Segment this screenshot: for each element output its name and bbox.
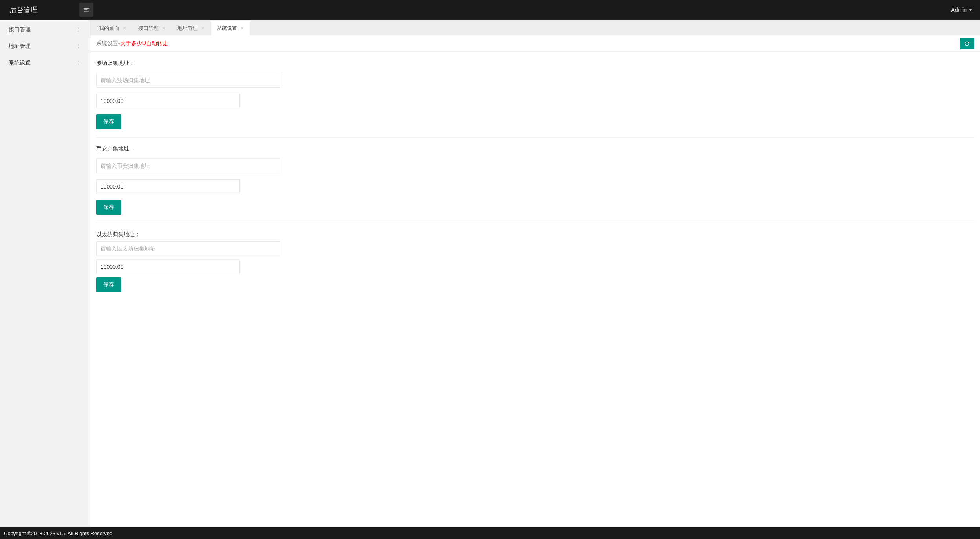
binance-save-button[interactable]: 保存 bbox=[96, 200, 121, 215]
tab-label: 接口管理 bbox=[138, 25, 159, 32]
tab-system[interactable]: 系统设置 ✕ bbox=[211, 21, 250, 35]
menu-icon bbox=[83, 6, 90, 13]
card-header: 系统设置-大于多少U自动转走 bbox=[90, 35, 980, 52]
sidebar-item-system[interactable]: 系统设置 〉 bbox=[0, 55, 90, 71]
tabs-bar: 我的桌面 ✕ 接口管理 ✕ 地址管理 ✕ 系统设置 ✕ bbox=[90, 20, 980, 35]
close-icon[interactable]: ✕ bbox=[240, 26, 244, 31]
tab-label: 系统设置 bbox=[217, 25, 237, 32]
menu-toggle-button[interactable] bbox=[79, 3, 93, 17]
caret-down-icon bbox=[969, 9, 972, 11]
footer-text: Copyright ©2018-2023 v1.6 All Rights Res… bbox=[4, 530, 112, 536]
chevron-right-icon: 〉 bbox=[77, 43, 82, 50]
binance-amount-input[interactable] bbox=[96, 179, 240, 194]
footer: Copyright ©2018-2023 v1.6 All Rights Res… bbox=[0, 527, 980, 539]
ethereum-address-input[interactable] bbox=[96, 241, 280, 256]
refresh-button[interactable] bbox=[960, 38, 974, 50]
tron-label: 波场归集地址： bbox=[96, 60, 974, 67]
sidebar-item-api[interactable]: 接口管理 〉 bbox=[0, 22, 90, 38]
tab-label: 地址管理 bbox=[177, 25, 198, 32]
sidebar-item-label: 地址管理 bbox=[9, 43, 31, 50]
tron-save-button[interactable]: 保存 bbox=[96, 114, 121, 129]
ethereum-save-button[interactable]: 保存 bbox=[96, 277, 121, 292]
sidebar-item-address[interactable]: 地址管理 〉 bbox=[0, 38, 90, 55]
sidebar-item-label: 系统设置 bbox=[9, 59, 31, 66]
page-title-highlight: 大于多少U自动转走 bbox=[120, 40, 168, 47]
page-title-prefix: 系统设置- bbox=[96, 40, 120, 47]
user-dropdown[interactable]: Admin bbox=[951, 7, 975, 13]
tab-desktop[interactable]: 我的桌面 ✕ bbox=[93, 21, 132, 35]
tab-label: 我的桌面 bbox=[99, 25, 119, 32]
chevron-right-icon: 〉 bbox=[77, 27, 82, 33]
ethereum-amount-input[interactable] bbox=[96, 259, 240, 274]
section-binance: 币安归集地址： 保存 bbox=[96, 138, 974, 223]
close-icon[interactable]: ✕ bbox=[122, 26, 126, 31]
header: 后台管理 Admin bbox=[0, 0, 980, 20]
section-ethereum: 以太坊归集地址： 保存 bbox=[96, 223, 974, 300]
tab-address[interactable]: 地址管理 ✕ bbox=[172, 21, 210, 35]
tab-api[interactable]: 接口管理 ✕ bbox=[133, 21, 171, 35]
tron-address-input[interactable] bbox=[96, 73, 280, 88]
chevron-right-icon: 〉 bbox=[77, 60, 82, 66]
user-label: Admin bbox=[951, 7, 967, 13]
tron-amount-input[interactable] bbox=[96, 94, 240, 108]
sidebar: 接口管理 〉 地址管理 〉 系统设置 〉 bbox=[0, 20, 90, 527]
logo: 后台管理 bbox=[5, 5, 75, 15]
close-icon[interactable]: ✕ bbox=[162, 26, 166, 31]
refresh-icon bbox=[964, 40, 970, 47]
binance-address-input[interactable] bbox=[96, 158, 280, 173]
binance-label: 币安归集地址： bbox=[96, 145, 974, 152]
close-icon[interactable]: ✕ bbox=[201, 26, 205, 31]
sidebar-item-label: 接口管理 bbox=[9, 26, 31, 33]
section-tron: 波场归集地址： 保存 bbox=[96, 52, 974, 138]
ethereum-label: 以太坊归集地址： bbox=[96, 231, 974, 238]
